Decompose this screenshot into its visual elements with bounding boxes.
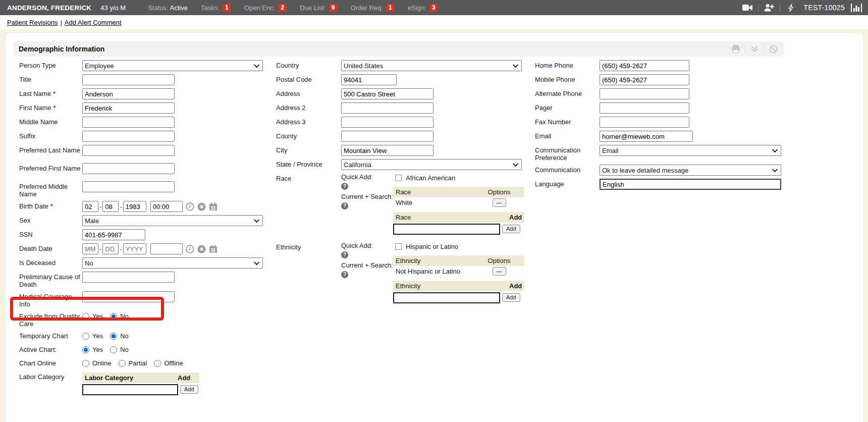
active-chart-no-radio[interactable] <box>110 346 117 353</box>
calendar-icon[interactable] <box>209 202 218 211</box>
mobile-phone-input[interactable] <box>600 74 689 85</box>
collapse-icon[interactable] <box>747 44 762 54</box>
middle-name-input[interactable] <box>82 117 175 128</box>
tasks-counter[interactable]: Tasks: 1 <box>201 4 231 12</box>
preferred-middle-name-input[interactable] <box>82 181 175 192</box>
birth-time-input[interactable] <box>150 201 183 212</box>
first-name-input[interactable] <box>82 102 175 114</box>
preferred-first-name-input[interactable] <box>82 163 175 174</box>
calendar-icon[interactable] <box>209 245 218 253</box>
field-email: Email <box>535 131 793 142</box>
clear-icon[interactable] <box>197 245 206 253</box>
due-list-badge[interactable]: 9 <box>329 4 338 12</box>
death-month-input[interactable] <box>82 243 98 254</box>
last-name-input[interactable] <box>82 88 175 99</box>
address-3-input[interactable] <box>341 117 433 128</box>
fax-number-input[interactable] <box>600 117 689 128</box>
language-input[interactable] <box>600 179 781 190</box>
order-req-badge[interactable]: 1 <box>386 4 395 12</box>
field-state-province: State / Province California <box>276 159 532 170</box>
labor-category-input[interactable] <box>82 384 178 395</box>
birth-year-input[interactable] <box>123 201 146 212</box>
birth-day-input[interactable] <box>102 201 119 212</box>
ssn-input[interactable] <box>82 229 145 240</box>
clock-icon[interactable] <box>186 245 194 253</box>
labor-category-add-button[interactable]: Add <box>180 385 198 394</box>
person-type-select[interactable]: Employee <box>82 60 263 71</box>
system-id: TEST-10025 <box>803 4 845 12</box>
address-input[interactable] <box>341 88 433 99</box>
ethnicity-remove-button[interactable]: — <box>493 267 506 276</box>
address-2-input[interactable] <box>341 102 433 114</box>
chart-online-online-radio[interactable] <box>82 360 89 367</box>
help-icon[interactable]: ? <box>341 183 348 190</box>
email-input[interactable] <box>600 131 693 142</box>
chart-online-partial-radio[interactable] <box>119 360 126 367</box>
ethnicity-table-row: Not Hispanic or Latino — <box>393 266 524 277</box>
race-add-button[interactable]: Add <box>502 225 520 233</box>
person-type-value: Employee <box>85 62 252 70</box>
bar-chart-icon[interactable] <box>849 3 864 12</box>
birth-month-input[interactable] <box>82 201 98 212</box>
temporary-chart-yes-radio[interactable] <box>82 333 89 340</box>
chart-online-offline-radio[interactable] <box>154 360 161 367</box>
print-icon[interactable] <box>728 44 743 54</box>
help-icon[interactable]: ? <box>341 271 348 278</box>
lightning-icon[interactable] <box>783 3 798 12</box>
due-list-counter[interactable]: Due List: 9 <box>300 4 337 12</box>
home-phone-input[interactable] <box>600 60 689 71</box>
race-african-american-checkbox[interactable] <box>395 175 402 181</box>
race-remove-button[interactable]: — <box>493 198 506 207</box>
preliminary-cause-label: Preliminary Cause of Death <box>19 272 82 288</box>
video-camera-icon[interactable] <box>740 3 755 12</box>
death-time-input[interactable] <box>150 243 183 254</box>
postal-code-input[interactable] <box>341 74 397 85</box>
ethnicity-add-button[interactable]: Add <box>502 293 520 302</box>
tasks-badge[interactable]: 1 <box>223 4 231 12</box>
communication-preference-select[interactable]: Email <box>600 145 781 156</box>
preferred-last-name-input[interactable] <box>82 145 175 156</box>
alternate-phone-input[interactable] <box>600 88 689 99</box>
patient-age-sex: 43 y/o M <box>100 4 126 12</box>
sex-select[interactable]: Male <box>82 215 263 226</box>
ethnicity-options-table-header: Ethnicity Options <box>393 255 524 266</box>
help-icon[interactable]: ? <box>341 251 348 258</box>
esign-counter[interactable]: eSign: 3 <box>408 4 438 12</box>
help-icon[interactable]: ? <box>341 202 348 209</box>
state-province-select[interactable]: California <box>341 159 522 170</box>
patient-revisions-link[interactable]: Patient Revisions <box>7 19 58 26</box>
country-label: Country <box>276 60 341 69</box>
communication-select[interactable]: Ok to leave detailed message <box>600 165 781 176</box>
suffix-input[interactable] <box>82 131 175 142</box>
active-chart-yes-radio[interactable] <box>82 346 89 353</box>
ethnicity-add-input[interactable] <box>393 292 500 303</box>
add-alert-comment-link[interactable]: Add Alert Comment <box>65 19 122 26</box>
person-add-icon[interactable] <box>762 3 777 12</box>
ethnicity-add-column2-header: Add <box>507 281 524 291</box>
disable-icon[interactable] <box>766 44 781 54</box>
order-req-counter[interactable]: Order Req: 1 <box>351 4 395 12</box>
title-input[interactable] <box>82 74 175 85</box>
pager-input[interactable] <box>600 102 689 114</box>
country-select[interactable]: United States <box>341 60 522 71</box>
open-enc-badge[interactable]: 2 <box>278 4 287 12</box>
medical-coverage-input[interactable] <box>82 291 175 302</box>
is-deceased-select[interactable]: No <box>82 257 263 269</box>
temporary-chart-no-radio[interactable] <box>110 333 117 340</box>
death-day-input[interactable] <box>102 243 119 254</box>
death-year-input[interactable] <box>123 243 146 254</box>
open-enc-counter[interactable]: Open Enc: 2 <box>244 4 287 12</box>
pager-label: Pager <box>535 102 600 112</box>
city-input[interactable] <box>341 145 433 156</box>
preliminary-cause-input[interactable] <box>82 272 175 283</box>
county-input[interactable] <box>341 131 433 142</box>
ethnicity-hispanic-checkbox[interactable] <box>395 243 402 250</box>
exclude-qc-yes-radio[interactable] <box>82 313 89 320</box>
clock-icon[interactable] <box>186 202 194 211</box>
patient-name: ANDERSON, FREDERICK <box>7 4 91 12</box>
address-label: Address <box>276 88 341 97</box>
clear-icon[interactable] <box>197 202 206 211</box>
race-add-input[interactable] <box>393 224 500 235</box>
exclude-qc-no-radio[interactable] <box>110 313 117 320</box>
esign-badge[interactable]: 3 <box>429 4 438 12</box>
